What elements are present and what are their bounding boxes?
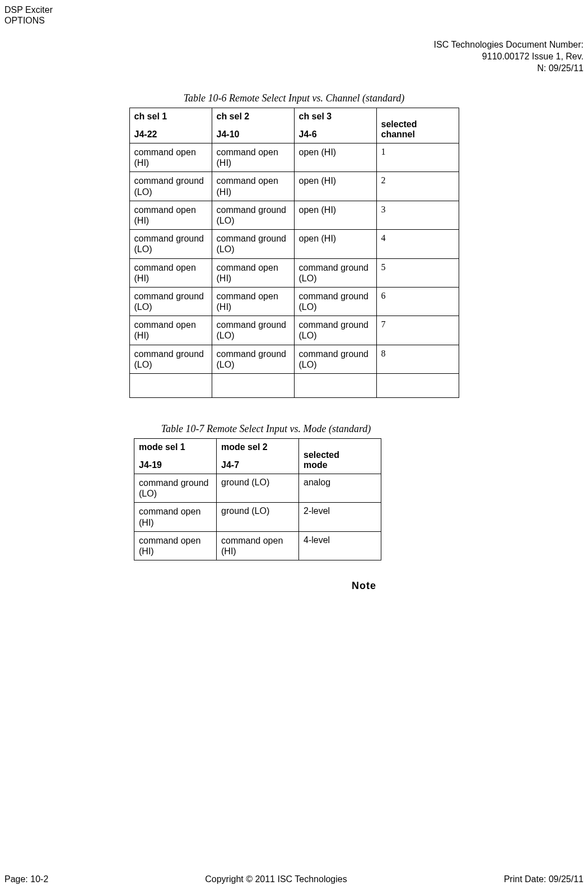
cell: open (HI) <box>294 201 376 229</box>
cell: open (HI) <box>294 143 376 172</box>
table1-header-col3: ch sel 3 J4-6 <box>294 108 376 143</box>
table2-header-col3: selected mode <box>299 439 381 474</box>
cell: command ground (LO) <box>212 201 294 229</box>
cell: command open (HI) <box>134 531 217 560</box>
th-text: mode <box>304 460 328 470</box>
cell: command ground (LO) <box>129 172 212 201</box>
cell: command ground (LO) <box>212 230 294 258</box>
table-row: command open (HI)command open (HI)4-leve… <box>134 531 381 560</box>
table-row: command ground (LO)command ground (LO)co… <box>129 345 459 373</box>
doc-number-value: 9110.00172 Issue 1, Rev. <box>434 51 584 63</box>
cell: analog <box>299 474 381 503</box>
table2-header-col2: mode sel 2 J4-7 <box>217 439 299 474</box>
table-row: command ground (LO)command ground (LO)op… <box>129 230 459 258</box>
table2-header-col1: mode sel 1 J4-19 <box>134 439 217 474</box>
th-text: ch sel 3 <box>299 112 372 122</box>
th-text: mode sel 2 <box>221 442 294 452</box>
cell: 1 <box>376 143 459 172</box>
footer: Page: 10-2 Copyright © 2011 ISC Technolo… <box>4 874 584 884</box>
th-text: J4-6 <box>299 129 372 140</box>
th-text: ch sel 2 <box>217 112 290 122</box>
table1-header-row: ch sel 1 J4-22 ch sel 2 J4-10 ch sel 3 J… <box>129 108 459 143</box>
cell: command ground (LO) <box>294 287 376 316</box>
table-row: command ground (LO)command open (HI)open… <box>129 172 459 201</box>
table1-caption: Table 10-6 Remote Select Input vs. Chann… <box>184 92 405 104</box>
footer-right: Print Date: 09/25/11 <box>504 874 584 884</box>
table2-header-row: mode sel 1 J4-19 mode sel 2 J4-7 selecte… <box>134 439 381 474</box>
header-right: ISC Technologies Document Number: 9110.0… <box>434 39 584 74</box>
table-row: command open (HI)command open (HI)open (… <box>129 143 459 172</box>
cell: command ground (LO) <box>212 345 294 373</box>
cell: command open (HI) <box>217 531 299 560</box>
cell: 2-level <box>299 503 381 531</box>
cell: command ground (LO) <box>129 230 212 258</box>
cell: ground (LO) <box>217 474 299 503</box>
cell: command ground (LO) <box>129 287 212 316</box>
th-text: J4-19 <box>139 460 212 470</box>
th-text: mode sel 1 <box>139 442 212 452</box>
th-text: selected <box>304 450 339 460</box>
cell: 6 <box>376 287 459 316</box>
doc-date: N: 09/25/11 <box>434 63 584 75</box>
cell: command ground (LO) <box>129 345 212 373</box>
table2: mode sel 1 J4-19 mode sel 2 J4-7 selecte… <box>134 438 381 560</box>
cell: command ground (LO) <box>294 316 376 345</box>
cell: ground (LO) <box>217 503 299 531</box>
cell: 2 <box>376 172 459 201</box>
table-row-empty <box>129 374 459 398</box>
table-row: command open (HI)command open (HI)comman… <box>129 258 459 287</box>
note-heading: Note <box>352 580 376 592</box>
doc-title: DSP Exciter <box>4 4 53 15</box>
cell: command ground (LO) <box>212 316 294 345</box>
table1: ch sel 1 J4-22 ch sel 2 J4-10 ch sel 3 J… <box>129 108 459 398</box>
th-text: ch sel 1 <box>134 112 207 122</box>
cell: command open (HI) <box>129 143 212 172</box>
cell: 3 <box>376 201 459 229</box>
table-row: command open (HI)command ground (LO)open… <box>129 201 459 229</box>
th-text: J4-22 <box>134 129 207 140</box>
cell: command open (HI) <box>129 316 212 345</box>
cell: 5 <box>376 258 459 287</box>
cell: command open (HI) <box>134 503 217 531</box>
cell: command ground (LO) <box>134 474 217 503</box>
cell: 8 <box>376 345 459 373</box>
th-text: J4-7 <box>221 460 294 470</box>
table2-caption: Table 10-7 Remote Select Input vs. Mode … <box>161 423 371 435</box>
table1-header-col2: ch sel 2 J4-10 <box>212 108 294 143</box>
header-left: DSP Exciter OPTIONS <box>4 4 53 26</box>
cell <box>376 374 459 398</box>
th-text: channel <box>381 129 415 139</box>
cell: command open (HI) <box>129 258 212 287</box>
cell <box>294 374 376 398</box>
table-row: command ground (LO)command open (HI)comm… <box>129 287 459 316</box>
cell: open (HI) <box>294 230 376 258</box>
table-row: command open (HI)ground (LO)2-level <box>134 503 381 531</box>
cell: command open (HI) <box>212 172 294 201</box>
doc-number-label: ISC Technologies Document Number: <box>434 39 584 51</box>
main-content: Table 10-6 Remote Select Input vs. Chann… <box>0 92 588 592</box>
doc-section: OPTIONS <box>4 15 53 26</box>
cell: command ground (LO) <box>294 345 376 373</box>
cell <box>129 374 212 398</box>
table1-header-col1: ch sel 1 J4-22 <box>129 108 212 143</box>
cell <box>212 374 294 398</box>
footer-left: Page: 10-2 <box>4 874 48 884</box>
cell: 7 <box>376 316 459 345</box>
table-row: command ground (LO)ground (LO)analog <box>134 474 381 503</box>
table1-header-col4: selected channel <box>376 108 459 143</box>
th-text: selected <box>381 119 417 129</box>
cell: open (HI) <box>294 172 376 201</box>
cell: command ground (LO) <box>294 258 376 287</box>
cell: command open (HI) <box>129 201 212 229</box>
cell: 4-level <box>299 531 381 560</box>
cell: command open (HI) <box>212 258 294 287</box>
cell: 4 <box>376 230 459 258</box>
cell: command open (HI) <box>212 287 294 316</box>
table-row: command open (HI)command ground (LO)comm… <box>129 316 459 345</box>
cell: command open (HI) <box>212 143 294 172</box>
footer-center: Copyright © 2011 ISC Technologies <box>205 874 347 884</box>
th-text: J4-10 <box>217 129 290 140</box>
